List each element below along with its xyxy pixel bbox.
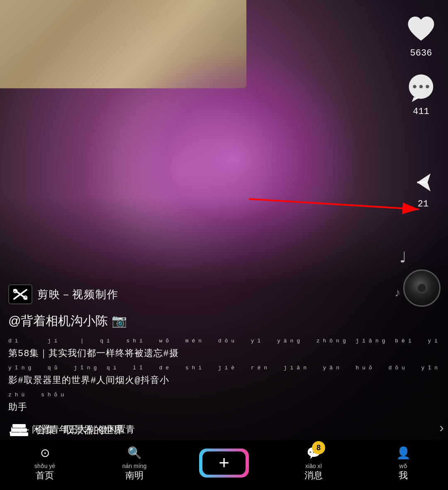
svg-rect-11 (10, 432, 28, 436)
notification-badge: 8 (312, 441, 325, 454)
collection-bar[interactable]: 合集 · 取景器的世界 (0, 422, 403, 438)
jianying-badge[interactable]: 剪映－视频制作 (8, 284, 386, 304)
album-disc[interactable] (403, 269, 441, 307)
home-icon: ⊙ (37, 444, 53, 461)
discover-icon: 🔍 (126, 444, 143, 461)
share-count: 21 (418, 199, 429, 209)
like-count: 5636 (410, 48, 432, 58)
svg-point-2 (413, 85, 416, 88)
messages-icon: 💬 8 (305, 444, 322, 461)
messages-label: xiāo xī 消息 (304, 463, 323, 482)
caption-block: dì jí | qí shí wǒ mén dōu yī yàng zhōng … (8, 336, 386, 416)
share-button[interactable]: 21 (407, 166, 440, 209)
music-note2-icon: ♪ (394, 286, 400, 299)
jianying-logo (8, 284, 32, 304)
collection-label: 合集 · 取景器的世界 (36, 423, 124, 437)
comment-icon (404, 71, 438, 104)
jianying-label: 剪映－视频制作 (37, 287, 119, 302)
profile-icon: 👤 (395, 444, 411, 461)
comment-count: 411 (413, 107, 429, 117)
username[interactable]: @背着相机沟小陈 📷 (8, 313, 386, 330)
right-action-buttons: 5636 411 (402, 12, 440, 117)
like-button[interactable]: 5636 (404, 12, 438, 58)
nav-item-profile[interactable]: 👤 wǒ 我 (374, 444, 432, 482)
content-area: 剪映－视频制作 @背着相机沟小陈 📷 dì jí | qí shí wǒ mén… (0, 284, 394, 436)
svg-rect-12 (11, 428, 27, 432)
chevron-right-icon[interactable]: › (439, 420, 444, 435)
caption-text: dì jí | qí shí wǒ mén dōu yī yàng zhōng … (8, 336, 386, 416)
svg-point-4 (426, 85, 429, 88)
share-icon (407, 166, 440, 199)
caption-line-1: dì jí | qí shí wǒ mén dōu yī yàng zhōng … (8, 336, 386, 362)
nav-item-discover[interactable]: 🔍 nán míng 南明 (105, 444, 163, 482)
nav-item-home[interactable]: ⊙ shǒu yè 首页 (16, 444, 74, 482)
svg-point-3 (419, 85, 423, 88)
nav-item-add[interactable]: + (195, 449, 253, 478)
nav-item-messages[interactable]: 💬 8 xiāo xī 消息 (285, 444, 343, 482)
add-button-inner: + (202, 451, 246, 475)
add-button[interactable]: + (199, 449, 249, 478)
profile-label: wǒ 我 (399, 463, 408, 482)
caption-line-2: yǐng qǔ jǐng qì lǐ de shì jiè rén jiān y… (8, 363, 386, 389)
home-label: shǒu yè 首页 (34, 463, 55, 482)
comment-button[interactable]: 411 (404, 71, 438, 117)
svg-rect-13 (12, 424, 26, 428)
heart-icon (404, 12, 438, 46)
discover-label: nán míng 南明 (122, 463, 146, 482)
collection-stack-icon (8, 422, 30, 438)
add-icon: + (219, 454, 229, 472)
svg-marker-1 (412, 97, 420, 102)
caption-line-3: zhù shǒu 助手 (8, 390, 386, 416)
music-note-icon: ♩ (399, 249, 407, 266)
bottom-navigation: ⊙ shǒu yè 首页 🔍 nán míng 南明 + 💬 8 xiāo x (0, 440, 448, 490)
